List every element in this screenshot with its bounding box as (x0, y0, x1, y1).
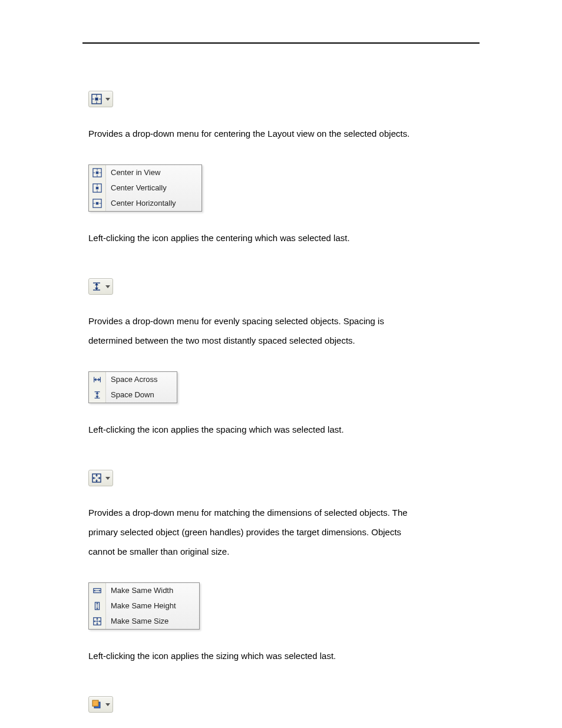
make-same-size-icon (89, 614, 106, 629)
sizing-description-text: Provides a drop-down menu for matching t… (88, 503, 418, 561)
chevron-down-icon (105, 477, 110, 480)
menu-item-label: Make Same Width (106, 585, 199, 596)
sizing-dropdown-menu: Make Same Width Make Same Height (88, 582, 200, 630)
section-spacing: Provides a drop-down menu for evenly spa… (88, 278, 418, 439)
center-dropdown-menu: Center in View Center Vertically (88, 164, 202, 212)
sizing-note-text: Left-clicking the icon applies the sizin… (88, 646, 418, 666)
menu-item-make-same-size[interactable]: Make Same Size (89, 614, 199, 629)
menu-item-space-across[interactable]: Space Across (89, 372, 177, 387)
menu-item-make-same-width[interactable]: Make Same Width (89, 583, 199, 598)
svg-rect-7 (96, 172, 98, 174)
make-same-height-icon (89, 598, 106, 614)
menu-item-label: Space Down (106, 390, 177, 400)
content-area: Provides a drop-down menu for centering … (82, 91, 418, 728)
space-across-icon (89, 372, 106, 387)
toolbar-button-block (88, 278, 418, 295)
spacing-dropdown-menu: Space Across Space Down (88, 371, 177, 403)
toolbar-button-block (88, 696, 418, 713)
center-vertically-icon (89, 180, 106, 196)
menu-item-label: Make Same Size (106, 616, 199, 627)
menu-item-label: Space Across (106, 374, 177, 385)
svg-rect-60 (92, 700, 98, 706)
menu-item-center-in-view[interactable]: Center in View (89, 165, 201, 180)
make-same-size-icon (91, 473, 102, 483)
toolbar-button-block (88, 91, 418, 107)
menu-item-label: Center in View (106, 167, 201, 178)
menu-item-make-same-height[interactable]: Make Same Height (89, 598, 199, 614)
menu-item-center-vertically[interactable]: Center Vertically (89, 180, 201, 196)
bring-to-front-icon (91, 699, 102, 710)
menu-item-center-horizontally[interactable]: Center Horizontally (89, 196, 201, 211)
spacing-tool-dropdown-button[interactable] (88, 278, 113, 295)
make-same-width-icon (89, 583, 106, 598)
menu-item-space-down[interactable]: Space Down (89, 387, 177, 403)
menu-item-label: Make Same Height (106, 601, 199, 611)
center-note-text: Left-clicking the icon applies the cente… (88, 228, 418, 248)
center-tool-dropdown-button[interactable] (88, 91, 113, 107)
center-in-view-icon (89, 165, 106, 180)
center-horizontally-icon (89, 196, 106, 211)
section-sizing: Provides a drop-down menu for matching t… (88, 470, 418, 666)
center-in-view-icon (91, 94, 102, 104)
space-down-icon (91, 281, 102, 292)
order-tool-dropdown-button[interactable] (88, 696, 113, 713)
chevron-down-icon (105, 98, 110, 101)
center-description-text: Provides a drop-down menu for centering … (88, 124, 418, 143)
svg-rect-13 (96, 187, 98, 189)
toolbar-button-block (88, 470, 418, 486)
section-order: Provides a drop-down menu for changing t… (88, 696, 418, 728)
spacing-note-text: Left-clicking the icon applies the spaci… (88, 420, 418, 439)
svg-rect-1 (95, 98, 98, 101)
menu-item-label: Center Horizontally (106, 198, 201, 209)
chevron-down-icon (105, 285, 110, 288)
menu-item-label: Center Vertically (106, 183, 201, 193)
top-rule (82, 42, 480, 44)
chevron-down-icon (105, 703, 110, 706)
svg-rect-17 (96, 202, 98, 205)
document-page: Provides a drop-down menu for centering … (0, 0, 562, 728)
spacing-description-text: Provides a drop-down menu for evenly spa… (88, 311, 418, 350)
sizing-tool-dropdown-button[interactable] (88, 470, 113, 486)
section-center: Provides a drop-down menu for centering … (88, 91, 418, 248)
space-down-icon (89, 387, 106, 403)
